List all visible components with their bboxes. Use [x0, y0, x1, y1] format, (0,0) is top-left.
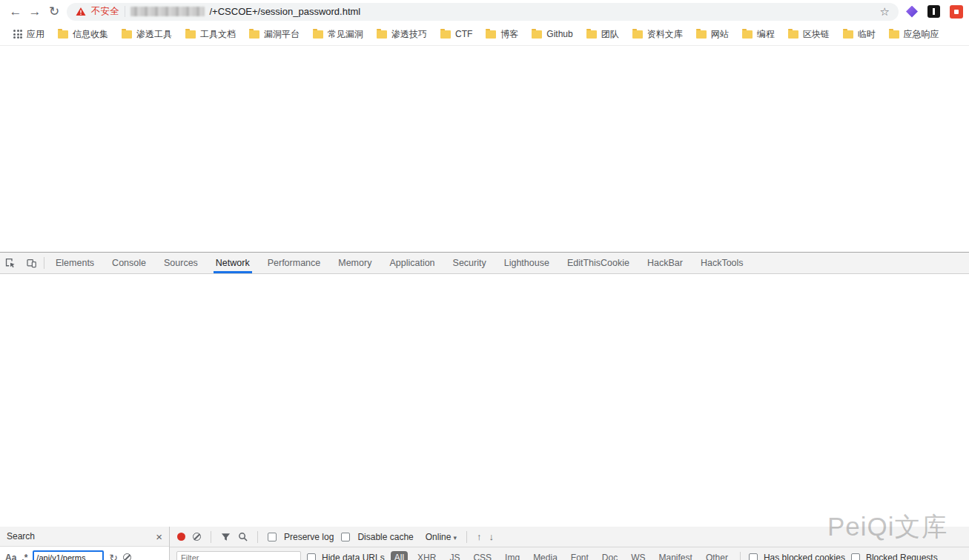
security-label[interactable]: 不安全 — [91, 5, 119, 18]
bookmark-label: 漏洞平台 — [264, 28, 300, 41]
bookmark-item[interactable]: 区块链 — [782, 26, 836, 43]
bookmark-label: 区块链 — [803, 28, 830, 41]
extension-red-icon[interactable] — [950, 5, 963, 19]
extension-gem-icon[interactable] — [906, 6, 918, 18]
has-blocked-cookies-label: Has blocked cookies — [764, 553, 845, 560]
devtools-tabbar: Elements Console Sources Network Perform… — [0, 253, 969, 274]
bookmark-item[interactable]: 博客 — [480, 26, 524, 43]
folder-icon — [889, 30, 899, 39]
bookmark-label: 渗透工具 — [136, 28, 172, 41]
bookmark-item[interactable]: Github — [526, 27, 578, 41]
request-type-filter[interactable]: Media — [529, 551, 561, 560]
request-type-filter[interactable]: Img — [501, 551, 523, 560]
toolbar-divider — [211, 531, 211, 543]
bookmark-item[interactable]: 团队 — [581, 26, 625, 43]
request-type-filter[interactable]: Manifest — [655, 551, 696, 560]
clear-network-log-icon[interactable] — [193, 533, 201, 541]
refresh-icon[interactable]: ↻ — [109, 552, 118, 560]
bookmark-item[interactable]: 网站 — [690, 26, 735, 43]
bookmark-item[interactable]: 工具文档 — [179, 26, 242, 43]
devtools-tab[interactable]: Lighthouse — [495, 253, 558, 273]
disable-cache-checkbox[interactable] — [341, 533, 350, 541]
devtools-tab[interactable]: HackTools — [692, 253, 753, 273]
device-toolbar-icon[interactable] — [21, 253, 42, 273]
bookmark-star-icon[interactable]: ☆ — [880, 5, 890, 19]
bookmark-label: 博客 — [500, 28, 518, 41]
preserve-log-checkbox[interactable] — [268, 533, 277, 541]
disable-cache-label: Disable cache — [357, 532, 413, 542]
filter-funnel-icon[interactable] — [221, 533, 231, 541]
extension-dark-icon[interactable] — [927, 5, 940, 18]
devtools-tab-label: Elements — [56, 258, 94, 268]
devtools-tab[interactable]: Console — [103, 253, 155, 273]
bookmark-item[interactable]: 临时 — [837, 26, 882, 43]
folder-icon — [440, 30, 451, 39]
bookmark-item[interactable]: CTF — [434, 27, 478, 41]
bookmark-item[interactable]: 渗透技巧 — [371, 26, 433, 43]
blocked-requests-checkbox[interactable] — [851, 553, 860, 560]
search-panel: Search × Aa .* ↻ — [0, 527, 170, 560]
filter-input[interactable] — [176, 551, 301, 560]
back-icon[interactable]: ← — [6, 4, 25, 19]
clear-icon[interactable] — [123, 553, 131, 560]
devtools-tab[interactable]: EditThisCookie — [558, 253, 638, 273]
close-icon[interactable]: × — [156, 530, 162, 543]
devtools-tab[interactable]: Application — [380, 253, 443, 273]
hide-data-urls-checkbox[interactable] — [307, 553, 316, 560]
inspect-element-icon[interactable] — [0, 253, 21, 273]
url-separator — [125, 6, 125, 17]
bookmark-label: 团队 — [601, 28, 619, 41]
address-bar[interactable]: 不安全 /+CSCOE+/session_password.html ☆ — [67, 3, 899, 21]
folder-icon — [313, 30, 323, 39]
bookmark-item[interactable]: 常见漏洞 — [307, 26, 369, 43]
has-blocked-cookies-checkbox[interactable] — [749, 553, 758, 560]
redacted-host — [130, 7, 205, 16]
bookmark-item[interactable]: 渗透工具 — [116, 26, 178, 43]
search-controls: Aa .* ↻ — [0, 547, 169, 560]
search-input[interactable] — [33, 550, 104, 560]
devtools-tab[interactable]: Network — [207, 253, 259, 273]
devtools-tab[interactable]: Performance — [259, 253, 330, 273]
import-har-icon[interactable]: ↑ — [477, 531, 482, 542]
bookmark-item[interactable]: 资料文库 — [626, 26, 689, 43]
request-type-filter[interactable]: Doc — [598, 551, 621, 560]
match-case-toggle[interactable]: Aa — [5, 553, 16, 560]
preserve-log-label: Preserve log — [284, 532, 334, 542]
browser-toolbar: ← → ↻ 不安全 /+CSCOE+/session_password.html… — [0, 0, 969, 23]
request-type-filter[interactable]: Other — [702, 551, 732, 560]
page-content — [0, 46, 969, 252]
search-icon[interactable] — [238, 532, 248, 541]
bookmark-item[interactable]: 信息收集 — [52, 26, 114, 43]
bookmark-item[interactable]: 编程 — [736, 26, 781, 43]
devtools-tab-label: Performance — [268, 258, 321, 268]
folder-icon — [185, 30, 196, 39]
devtools-tab-label: Console — [112, 258, 146, 268]
request-type-filter[interactable]: CSS — [469, 551, 495, 560]
devtools-tab[interactable]: Security — [444, 253, 495, 273]
regex-toggle[interactable]: .* — [22, 553, 27, 560]
export-har-icon[interactable]: ↓ — [489, 531, 494, 542]
bookmark-item[interactable]: 应急响应 — [883, 26, 945, 43]
devtools-tab[interactable]: HackBar — [638, 253, 692, 273]
request-type-filter[interactable]: XHR — [414, 551, 440, 560]
network-toolbar: Preserve log Disable cache Online▾ ↑ ↓ — [170, 527, 969, 547]
bookmark-item[interactable]: 漏洞平台 — [243, 26, 305, 43]
search-panel-title: Search — [7, 531, 35, 541]
devtools-tab-label: Application — [389, 258, 434, 268]
reload-icon[interactable]: ↻ — [44, 4, 64, 19]
request-type-filter[interactable]: All — [391, 551, 408, 560]
devtools-tab-label: Sources — [164, 258, 198, 268]
devtools-tab[interactable]: Elements — [47, 253, 103, 273]
bookmark-label: 常见漏洞 — [328, 28, 363, 41]
bookmark-apps[interactable]: 应用 — [7, 26, 50, 43]
forward-icon[interactable]: → — [25, 4, 44, 19]
request-type-filter[interactable]: Font — [567, 551, 592, 560]
bookmark-label: Github — [546, 29, 572, 39]
devtools-tab[interactable]: Memory — [329, 253, 380, 273]
record-icon[interactable] — [177, 533, 185, 541]
request-type-filter[interactable]: WS — [627, 551, 649, 560]
request-type-filter[interactable]: JS — [446, 551, 463, 560]
bookmark-label: 渗透技巧 — [391, 28, 427, 41]
throttling-select[interactable]: Online▾ — [426, 532, 457, 542]
devtools-tab[interactable]: Sources — [155, 253, 207, 273]
